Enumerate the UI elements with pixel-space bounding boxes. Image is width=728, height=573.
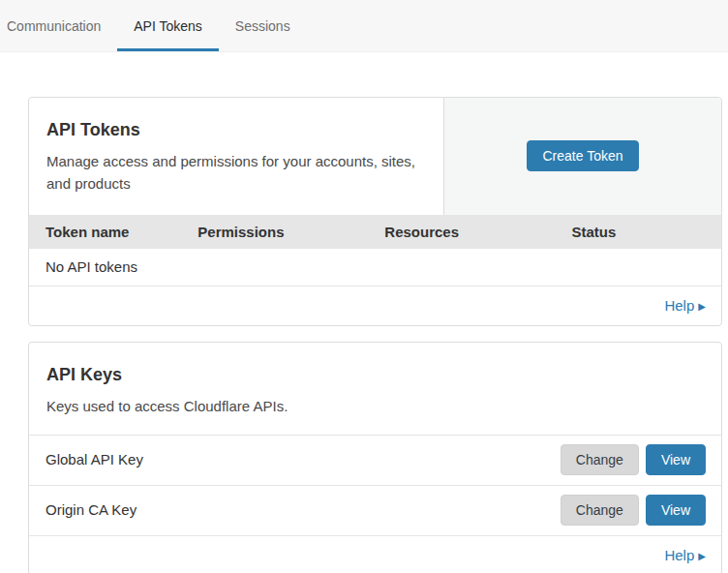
api-tokens-card-action-area: Create Token xyxy=(444,98,721,215)
help-arrow-icon: ▶ xyxy=(698,551,706,561)
api-keys-card: API Keys Keys used to access Cloudflare … xyxy=(28,342,722,573)
global-api-key-label: Global API Key xyxy=(46,451,143,467)
api-tokens-card: API Tokens Manage access and permissions… xyxy=(28,97,722,326)
help-link-label: Help xyxy=(664,297,694,314)
origin-ca-key-actions: Change View xyxy=(561,495,706,526)
global-api-key-view-button[interactable]: View xyxy=(646,444,706,475)
tab-api-tokens[interactable]: API Tokens xyxy=(117,0,219,51)
api-key-row-origin-ca: Origin CA Key Change View xyxy=(29,485,721,535)
column-header-status: Status xyxy=(555,224,721,240)
tab-communication[interactable]: Communication xyxy=(0,0,117,51)
api-tokens-card-header-text: API Tokens Manage access and permissions… xyxy=(29,98,444,215)
origin-ca-key-view-button[interactable]: View xyxy=(646,495,706,526)
column-header-permissions: Permissions xyxy=(181,224,368,240)
api-keys-description: Keys used to access Cloudflare APIs. xyxy=(46,395,434,417)
origin-ca-key-label: Origin CA Key xyxy=(46,501,136,518)
api-key-row-global: Global API Key Change View xyxy=(29,435,721,485)
global-api-key-change-button[interactable]: Change xyxy=(561,444,639,475)
main-content: API Tokens Manage access and permissions… xyxy=(28,97,722,573)
profile-settings-page: Communication API Tokens Sessions API To… xyxy=(0,0,728,573)
api-keys-card-footer: Help▶ xyxy=(29,535,721,573)
api-keys-title: API Keys xyxy=(46,365,704,385)
column-header-token-name: Token name xyxy=(29,224,181,240)
token-table-header-row: Token name Permissions Resources Status xyxy=(29,215,721,249)
api-tokens-help-link[interactable]: Help▶ xyxy=(664,297,706,314)
api-keys-help-link[interactable]: Help▶ xyxy=(664,547,706,563)
api-tokens-title: API Tokens xyxy=(46,120,426,140)
help-arrow-icon: ▶ xyxy=(698,301,706,312)
api-tokens-card-header: API Tokens Manage access and permissions… xyxy=(29,98,721,215)
column-header-resources: Resources xyxy=(368,224,555,240)
origin-ca-key-change-button[interactable]: Change xyxy=(561,495,639,526)
tab-bar: Communication API Tokens Sessions xyxy=(0,0,728,52)
api-tokens-card-footer: Help▶ xyxy=(29,286,721,325)
tab-sessions[interactable]: Sessions xyxy=(219,0,307,51)
token-table-empty-message: No API tokens xyxy=(29,249,721,286)
api-keys-card-header: API Keys Keys used to access Cloudflare … xyxy=(29,343,721,435)
help-link-label: Help xyxy=(664,547,694,563)
api-tokens-description: Manage access and permissions for your a… xyxy=(46,150,426,196)
global-api-key-actions: Change View xyxy=(561,444,706,475)
create-token-button[interactable]: Create Token xyxy=(527,140,638,171)
